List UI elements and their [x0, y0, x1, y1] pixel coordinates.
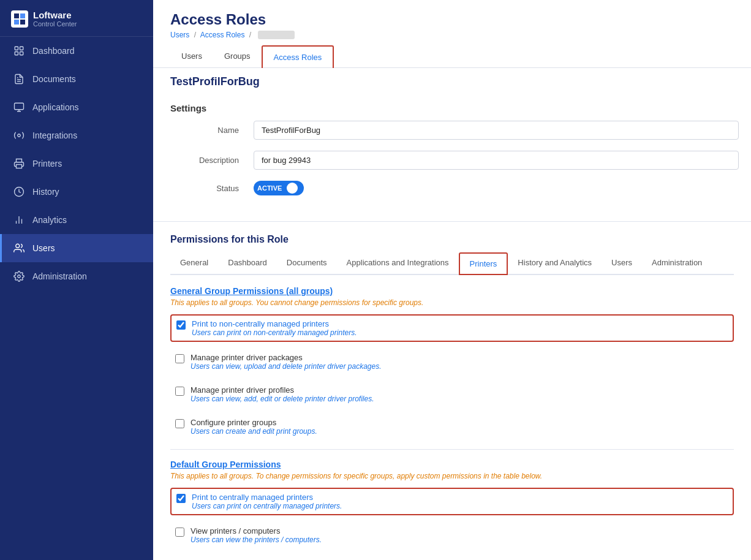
page-header: Access Roles Users / Access Roles /: [153, 0, 751, 45]
perm-sublabel-manage-driver-packages: Users can view, upload and delete printe…: [191, 362, 382, 371]
tab-groups[interactable]: Groups: [213, 45, 262, 68]
inner-tab-printers[interactable]: Printers: [459, 252, 508, 275]
perm-item-manage-driver-profiles: Manage printer driver profiles Users can…: [170, 382, 734, 407]
logo-area: Loftware Control Center: [0, 0, 153, 37]
printers-icon: [13, 157, 25, 170]
perm-sublabel-print-central: Users can print on centrally managed pri…: [192, 502, 342, 510]
inner-tab-general[interactable]: General: [170, 252, 218, 275]
sidebar-item-applications[interactable]: Applications: [0, 93, 153, 121]
general-group-subtitle: This applies to all groups. You cannot c…: [170, 298, 734, 307]
applications-icon: [13, 101, 25, 113]
perm-checkbox-print-non-central[interactable]: [176, 320, 186, 330]
perm-label-print-non-central: Print to non-centrally managed printers: [192, 319, 357, 328]
dashboard-icon: [13, 45, 25, 57]
inner-tab-documents[interactable]: Documents: [277, 252, 337, 275]
settings-title: Settings: [170, 103, 206, 113]
logo-icon: [11, 10, 28, 28]
sidebar-label-analytics: Analytics: [32, 215, 67, 225]
perm-checkbox-print-central[interactable]: [176, 494, 186, 503]
default-group-subtitle: This applies to all groups. To change pe…: [170, 472, 734, 480]
description-label: Description: [165, 156, 239, 165]
svg-rect-2: [14, 20, 19, 25]
sidebar-label-integrations: Integrations: [32, 131, 77, 140]
sidebar-label-history: History: [32, 187, 59, 197]
documents-icon: [13, 73, 25, 85]
description-value[interactable]: for bug 29943: [254, 151, 739, 170]
sidebar-label-applications: Applications: [32, 102, 79, 112]
general-group-section: General Group Permissions (all groups) T…: [170, 286, 734, 439]
breadcrumb-users[interactable]: Users: [170, 31, 189, 39]
svg-rect-3: [20, 20, 25, 25]
sidebar-item-users[interactable]: Users: [0, 234, 153, 262]
perm-item-configure-printer-groups: Configure printer groups Users can creat…: [170, 414, 734, 439]
logo-title: Loftware: [33, 10, 77, 20]
svg-point-11: [18, 134, 21, 137]
svg-rect-10: [15, 103, 24, 110]
sidebar-label-users: Users: [32, 243, 55, 253]
perm-item-manage-driver-packages: Manage printer driver packages Users can…: [170, 349, 734, 374]
logo-subtitle: Control Center: [33, 20, 77, 28]
breadcrumb-current: [258, 31, 295, 39]
perm-label-print-central: Print to centrally managed printers: [192, 493, 342, 502]
svg-rect-4: [15, 47, 18, 50]
status-value: ACTIVE: [257, 184, 282, 192]
inner-tab-users[interactable]: Users: [602, 252, 642, 275]
svg-rect-12: [17, 165, 22, 168]
perm-item-print-non-central: Print to non-centrally managed printers …: [170, 314, 734, 342]
sidebar-item-administration[interactable]: Administration: [0, 262, 153, 290]
status-toggle-row: ACTIVE: [254, 181, 304, 195]
inner-tab-administration[interactable]: Administration: [642, 252, 712, 275]
sidebar: Loftware Control Center Dashboard Docume…: [0, 0, 153, 560]
sidebar-item-printers[interactable]: Printers: [0, 149, 153, 178]
inner-tab-applications[interactable]: Applications and Integrations: [337, 252, 459, 275]
sidebar-item-documents[interactable]: Documents: [0, 65, 153, 93]
toggle-circle: [287, 183, 298, 194]
breadcrumb: Users / Access Roles /: [170, 31, 734, 39]
status-label: Status: [165, 184, 239, 193]
status-row: Status ACTIVE: [153, 181, 751, 195]
perm-checkbox-manage-driver-packages[interactable]: [175, 354, 184, 363]
main-content: Access Roles Users / Access Roles / User…: [153, 0, 751, 560]
analytics-icon: [13, 214, 25, 226]
name-row: Name TestProfilForBug: [153, 121, 751, 140]
perm-checkbox-manage-driver-profiles[interactable]: [175, 387, 184, 396]
name-label: Name: [165, 126, 239, 135]
sidebar-item-dashboard[interactable]: Dashboard: [0, 37, 153, 65]
settings-section: Settings Name TestProfilForBug Descripti…: [153, 88, 751, 222]
inner-tab-history[interactable]: History and Analytics: [508, 252, 602, 275]
perm-sublabel-print-non-central: Users can print on non-centrally managed…: [192, 328, 357, 337]
perm-label-view-printers: View printers / computers: [191, 526, 322, 535]
perm-sublabel-configure-printer-groups: Users can create and edit print groups.: [191, 427, 317, 436]
tab-access-roles[interactable]: Access Roles: [262, 45, 334, 68]
perm-sublabel-manage-driver-profiles: Users can view, add, edit or delete prin…: [191, 395, 374, 403]
svg-rect-5: [20, 47, 23, 50]
name-value[interactable]: TestProfilForBug: [254, 121, 739, 140]
sidebar-item-history[interactable]: History: [0, 178, 153, 206]
role-name: TestProfilForBug: [153, 68, 751, 88]
perm-checkbox-configure-printer-groups[interactable]: [175, 419, 184, 428]
status-toggle[interactable]: ACTIVE: [254, 181, 304, 195]
sidebar-item-analytics[interactable]: Analytics: [0, 206, 153, 234]
svg-rect-7: [20, 52, 23, 55]
users-icon: [13, 242, 25, 254]
perm-checkbox-view-printers[interactable]: [175, 528, 184, 537]
perm-item-view-printers: View printers / computers Users can view…: [170, 523, 734, 548]
sidebar-label-documents: Documents: [32, 74, 76, 84]
permissions-section: Permissions for this Role General Dashbo…: [153, 222, 751, 560]
perm-item-manage-printers: Manage printers / computers Users can ma…: [170, 555, 734, 560]
perm-sublabel-view-printers: Users can view the printers / computers.: [191, 535, 322, 544]
perm-label-manage-driver-profiles: Manage printer driver profiles: [191, 385, 374, 395]
perm-item-print-central: Print to centrally managed printers User…: [170, 488, 734, 515]
page-title: Access Roles: [170, 11, 734, 28]
breadcrumb-access-roles[interactable]: Access Roles: [200, 31, 245, 39]
description-row: Description for bug 29943: [153, 151, 751, 170]
administration-icon: [13, 270, 25, 282]
inner-tab-dashboard[interactable]: Dashboard: [218, 252, 277, 275]
history-icon: [13, 186, 25, 198]
permissions-title: Permissions for this Role: [170, 234, 734, 245]
general-group-title: General Group Permissions (all groups): [170, 286, 734, 296]
svg-rect-0: [14, 13, 19, 18]
sidebar-item-integrations[interactable]: Integrations: [0, 121, 153, 149]
top-tab-bar: Users Groups Access Roles: [153, 45, 751, 68]
tab-users[interactable]: Users: [170, 45, 213, 68]
